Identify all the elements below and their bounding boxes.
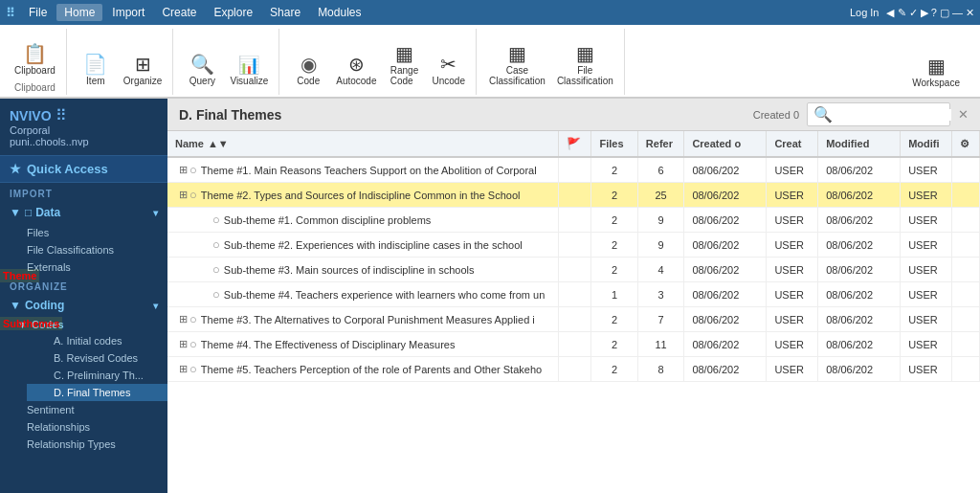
- table-row[interactable]: ⊞○Sub-theme #2. Experiences with indisci…: [167, 233, 980, 258]
- menu-create[interactable]: Create: [154, 4, 204, 21]
- range-code-icon: ▦: [395, 44, 413, 63]
- sidebar-preliminary-themes[interactable]: C. Preliminary Th...: [27, 367, 167, 384]
- cell-refer: 25: [637, 183, 684, 208]
- sidebar-revised-codes[interactable]: B. Revised Codes: [27, 349, 167, 367]
- col-created-o[interactable]: Created o: [684, 131, 767, 157]
- expand-btn[interactable]: ⊞: [179, 363, 188, 375]
- organize-label: Organize: [123, 76, 163, 86]
- col-creat[interactable]: Creat: [767, 131, 818, 157]
- col-refer[interactable]: Refer: [637, 131, 684, 157]
- menu-file[interactable]: File: [21, 4, 55, 21]
- table-row[interactable]: ⊞○Theme #5. Teachers Perception of the r…: [167, 357, 980, 382]
- cell-refer: 9: [637, 233, 684, 258]
- table-row[interactable]: ⊞○Theme #3. The Alternatives to Corporal…: [167, 307, 980, 332]
- autocode-icon: ⊛: [348, 55, 365, 74]
- sidebar-initial-codes[interactable]: A. Initial codes: [27, 332, 167, 349]
- sidebar-sentiment[interactable]: Sentiment: [0, 401, 167, 418]
- cell-flag: [559, 233, 591, 258]
- col-files[interactable]: Files: [591, 131, 637, 157]
- quick-access-btn[interactable]: ★ Quick Access: [0, 156, 167, 183]
- cell-extra: [951, 282, 979, 307]
- search-input[interactable]: [836, 109, 951, 121]
- autocode-label: Autocode: [336, 76, 376, 86]
- table-row[interactable]: ⊞○Sub-theme #3. Main sources of indiscip…: [167, 258, 980, 282]
- workspace-group: ▦ Workspace: [896, 54, 976, 95]
- table-row[interactable]: ⊞○Sub-theme #4. Teachers experience with…: [167, 282, 980, 307]
- col-flag: 🚩: [559, 131, 591, 157]
- visualize-button[interactable]: 📊 Visualize: [225, 54, 273, 89]
- header-right: Created 0 🔍 ✕: [753, 102, 969, 126]
- cell-flag: [559, 357, 591, 382]
- sidebar-file-classifications[interactable]: File Classifications: [0, 241, 167, 258]
- cell-extra: [951, 357, 979, 382]
- cell-refer: 3: [637, 282, 684, 307]
- expand-btn[interactable]: ⊞: [179, 338, 188, 350]
- visualize-icon: 📊: [238, 56, 259, 74]
- sort-icon[interactable]: ▲▼: [208, 138, 229, 149]
- expand-btn[interactable]: ⊞: [179, 313, 188, 325]
- autocode-button[interactable]: ⊛ Autocode: [331, 52, 381, 89]
- table-row[interactable]: ⊞○Theme #4. The Effectiveness of Discipl…: [167, 332, 980, 357]
- workspace-button[interactable]: ▦ Workspace: [907, 54, 965, 91]
- expand-btn[interactable]: ⊞: [179, 189, 188, 201]
- close-icon[interactable]: ✕: [958, 107, 969, 122]
- clipboard-button[interactable]: 📋 Clipboard: [10, 41, 60, 78]
- row-icon: ○: [212, 237, 220, 252]
- table-row[interactable]: ⊞○Theme #1. Main Reasons Teachers Suppor…: [167, 157, 980, 183]
- row-icon: ○: [189, 312, 197, 326]
- data-text: Data: [35, 206, 60, 219]
- range-code-button[interactable]: ▦ RangeCode: [384, 41, 426, 89]
- col-extra: ⚙: [951, 131, 979, 157]
- row-icon: ○: [212, 262, 220, 277]
- table-row[interactable]: ⊞○Theme #2. Types and Sources of Indisci…: [167, 183, 980, 208]
- menu-modules[interactable]: Modules: [310, 4, 368, 21]
- content-area: D. Final Themes Created 0 🔍 ✕: [167, 99, 980, 493]
- data-label: □: [25, 206, 32, 219]
- sidebar-codes-header[interactable]: ▼ Codes: [13, 317, 167, 332]
- uncode-button[interactable]: ✂ Uncode: [428, 52, 470, 89]
- row-icon: ○: [189, 163, 197, 177]
- file-classification-button[interactable]: ▦ FileClassification: [552, 41, 618, 89]
- file-classification-label: FileClassification: [557, 65, 613, 86]
- menu-share[interactable]: Share: [262, 4, 308, 21]
- expand-btn[interactable]: ⊞: [179, 164, 188, 176]
- cell-files: 2: [591, 332, 637, 357]
- login-btn[interactable]: Log In: [850, 7, 880, 18]
- cell-name: ⊞○Theme #3. The Alternatives to Corporal…: [167, 307, 559, 332]
- menu-import[interactable]: Import: [104, 4, 152, 21]
- col-modifi[interactable]: Modifi: [901, 131, 952, 157]
- col-name[interactable]: Name ▲▼: [167, 131, 559, 157]
- sidebar-data-group[interactable]: ▼ □ Data ▾: [0, 201, 167, 224]
- col-modified[interactable]: Modified: [818, 131, 901, 157]
- file-name-1: Corporal: [10, 124, 158, 136]
- sidebar-files[interactable]: Files: [0, 224, 167, 241]
- clipboard-group-label: Clipboard: [14, 80, 56, 95]
- settings-icon[interactable]: ⚙: [960, 138, 969, 149]
- organize-section-label: ORGANIZE: [0, 276, 167, 294]
- cell-extra: [951, 307, 979, 332]
- menu-explore[interactable]: Explore: [206, 4, 260, 21]
- row-icon: ○: [212, 287, 220, 302]
- search-box[interactable]: 🔍: [807, 102, 950, 126]
- sidebar-externals[interactable]: Externals: [0, 258, 167, 276]
- cell-modified: 08/06/202: [818, 208, 901, 233]
- query-button[interactable]: 🔍 Query: [181, 52, 223, 89]
- sidebar-relationships[interactable]: Relationships: [0, 418, 167, 436]
- sidebar-relationship-types[interactable]: Relationship Types: [0, 436, 167, 453]
- menu-home[interactable]: Home: [56, 4, 102, 21]
- cell-name: ⊞○Theme #5. Teachers Perception of the r…: [167, 357, 559, 382]
- organize-button[interactable]: ⊞ Organize: [119, 52, 167, 89]
- code-button[interactable]: ◉ Code: [287, 52, 329, 89]
- cell-creat: USER: [767, 233, 818, 258]
- star-icon: ★: [10, 162, 21, 176]
- case-classification-button[interactable]: ▦ CaseClassification: [484, 41, 550, 89]
- row-name: Sub-theme #1. Common discipline problems: [224, 214, 431, 226]
- cell-modified: 08/06/202: [818, 332, 901, 357]
- item-button[interactable]: 📄 Item: [75, 52, 117, 89]
- table-row[interactable]: ⊞○Sub-theme #1. Common discipline proble…: [167, 208, 980, 233]
- ribbon: 📋 Clipboard Clipboard 📄 Item ⊞ Organize: [0, 25, 980, 99]
- sidebar-final-themes[interactable]: D. Final Themes: [27, 384, 167, 401]
- cell-flag: [559, 208, 591, 233]
- sidebar-coding-group[interactable]: ▼ Coding ▾: [0, 294, 167, 317]
- quick-access-label: Quick Access: [27, 162, 108, 176]
